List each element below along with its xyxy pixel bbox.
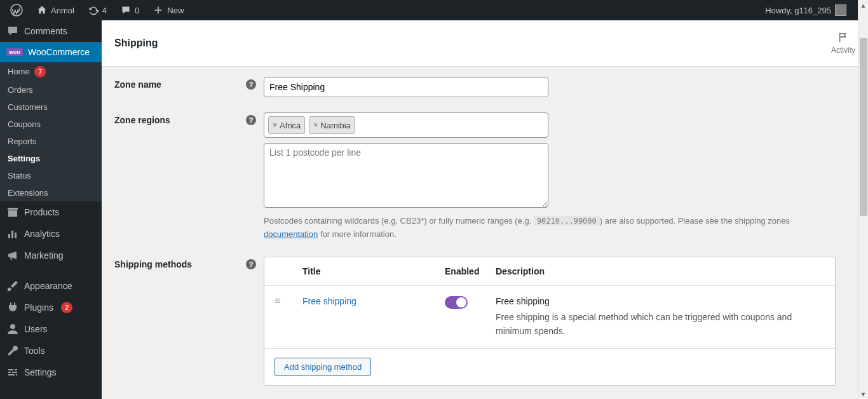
scroll-down-icon[interactable]: ▼ [858, 389, 868, 399]
comments-count: 0 [135, 6, 139, 15]
region-tag: × Namibia [309, 116, 355, 134]
wp-logo[interactable] [5, 0, 28, 20]
submenu-label: Reports [8, 137, 37, 146]
home-icon [37, 5, 47, 15]
table-row: ≡ Free shipping Free shipping Free shipp… [264, 286, 835, 349]
submenu-reports[interactable]: Reports [0, 133, 102, 150]
archive-icon [6, 206, 19, 219]
comments-bar[interactable]: 0 [116, 0, 144, 20]
zone-regions-input[interactable]: × Africa × Namibia [264, 112, 548, 138]
row-zone-regions: Zone regions ? × Africa × Namibia [114, 112, 855, 241]
menu-settings[interactable]: Settings [0, 362, 102, 383]
submenu-settings[interactable]: Settings [0, 150, 102, 167]
hint-text-part: Postcodes containing wildcards (e.g. CB2… [264, 216, 534, 226]
enabled-toggle[interactable] [445, 296, 468, 309]
title-header: Title [302, 266, 445, 276]
updates-count: 4 [102, 6, 107, 15]
menu-label: Analytics [24, 229, 60, 239]
menu-label: Tools [24, 346, 45, 356]
description-header: Description [496, 266, 825, 276]
row-zone-name: Zone name ? [114, 77, 855, 97]
scrollbar-thumb[interactable] [860, 38, 867, 216]
submenu-label: Coupons [8, 119, 41, 129]
menu-users[interactable]: Users [0, 318, 102, 340]
submenu-label: Customers [8, 102, 48, 112]
menu-woocommerce[interactable]: woo WooCommerce [0, 42, 102, 62]
submenu-customers[interactable]: Customers [0, 98, 102, 116]
new-content[interactable]: New [148, 0, 189, 20]
menu-label: Users [24, 324, 48, 334]
menu-analytics[interactable]: Analytics [0, 223, 102, 245]
megaphone-icon [6, 249, 19, 262]
content-area: Shipping Activity Zone name ? [102, 20, 868, 399]
update-icon [88, 5, 98, 15]
drag-handle-icon[interactable]: ≡ [275, 294, 280, 306]
menu-label: Marketing [24, 250, 63, 260]
count-badge: 2 [61, 302, 72, 313]
submenu-label: Home [8, 67, 30, 76]
updates[interactable]: 4 [83, 0, 112, 20]
menu-label: Plugins [24, 302, 53, 313]
howdy-text: Howdy, g116_295 [765, 6, 831, 15]
method-desc-text: Free shipping is a special method which … [496, 310, 825, 339]
plus-icon [153, 5, 163, 15]
woo-icon: woo [6, 48, 23, 56]
postcode-hint: Postcodes containing wildcards (e.g. CB2… [264, 215, 836, 241]
enabled-header: Enabled [445, 266, 496, 276]
count-badge: 7 [34, 66, 46, 78]
menu-label: Settings [24, 367, 57, 377]
admin-bar: Anmol 4 0 New Howdy, g116_295 [0, 0, 868, 20]
menu-plugins[interactable]: Plugins 2 [0, 297, 102, 318]
menu-tools[interactable]: Tools [0, 340, 102, 362]
svg-point-1 [10, 324, 15, 329]
vertical-scrollbar[interactable]: ▲ ▼ [858, 0, 868, 399]
zone-name-label: Zone name [114, 79, 161, 90]
plugin-icon [6, 301, 19, 314]
scroll-up-icon[interactable]: ▲ [858, 0, 868, 10]
activity-panel[interactable]: Activity [831, 32, 855, 55]
help-icon[interactable]: ? [246, 79, 256, 90]
site-name[interactable]: Anmol [32, 0, 79, 20]
method-desc-title: Free shipping [496, 296, 825, 306]
submenu-orders[interactable]: Orders [0, 81, 102, 98]
wordpress-icon [10, 4, 23, 17]
documentation-link[interactable]: documentation [264, 229, 318, 239]
menu-comments[interactable]: Comments [0, 20, 102, 42]
help-icon[interactable]: ? [246, 115, 256, 125]
menu-marketing[interactable]: Marketing [0, 245, 102, 266]
tag-label: Africa [280, 121, 301, 130]
wrench-icon [6, 344, 19, 357]
hint-text-part: for more information. [318, 229, 397, 239]
add-shipping-method-button[interactable]: Add shipping method [275, 358, 371, 376]
menu-products[interactable]: Products [0, 201, 102, 223]
submenu-label: Settings [8, 154, 40, 163]
row-shipping-methods: Shipping methods ? Title Enabled Descrip… [114, 257, 855, 386]
submenu-status[interactable]: Status [0, 167, 102, 184]
sliders-icon [6, 366, 19, 379]
comment-icon [6, 25, 19, 37]
table-header: Title Enabled Description [264, 257, 835, 286]
menu-label: Appearance [24, 281, 72, 291]
zone-name-input[interactable] [264, 77, 548, 97]
hint-text-part: ) are also supported. Please see the shi… [600, 216, 790, 226]
my-account[interactable]: Howdy, g116_295 [760, 0, 851, 20]
comment-icon [121, 5, 131, 15]
flag-icon [837, 32, 850, 43]
method-title-link[interactable]: Free shipping [302, 296, 356, 306]
remove-tag-icon[interactable]: × [273, 121, 277, 130]
site-name-text: Anmol [51, 6, 74, 15]
submenu-label: Orders [8, 85, 33, 95]
postcode-textarea[interactable] [264, 143, 548, 208]
submenu-coupons[interactable]: Coupons [0, 116, 102, 133]
submenu-label: Extensions [8, 188, 48, 198]
zone-regions-label: Zone regions [114, 115, 170, 125]
submenu-extensions[interactable]: Extensions [0, 184, 102, 201]
remove-tag-icon[interactable]: × [313, 121, 318, 130]
submenu-home[interactable]: Home 7 [0, 62, 102, 81]
menu-label: Products [24, 207, 59, 217]
chart-bar-icon [6, 227, 19, 240]
help-icon[interactable]: ? [246, 259, 256, 269]
page-header: Shipping Activity [102, 20, 868, 67]
menu-appearance[interactable]: Appearance [0, 275, 102, 297]
page-title: Shipping [114, 37, 158, 49]
